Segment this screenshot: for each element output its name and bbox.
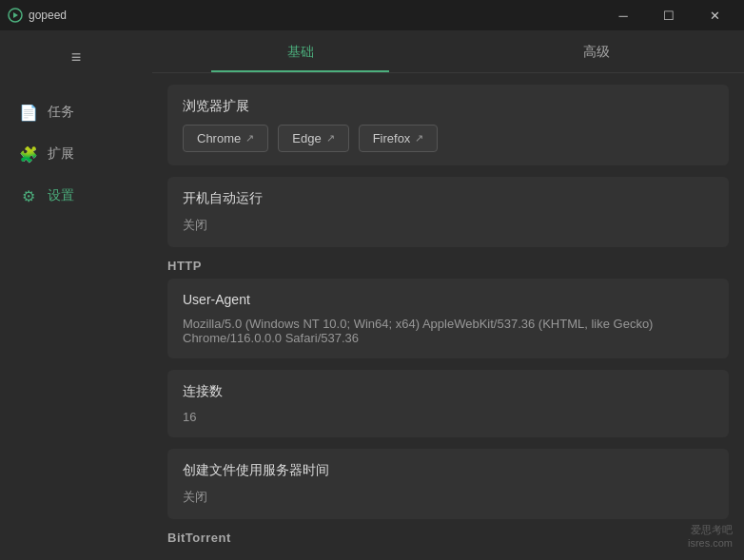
content-area: 基础 高级 浏览器扩展 Chrome ↗ Edge ↗ <box>152 30 744 560</box>
chrome-ext-icon: ↗ <box>245 132 254 145</box>
settings-icon: ⚙ <box>19 186 38 205</box>
menu-button[interactable]: ≡ <box>57 38 95 76</box>
edge-label: Edge <box>292 131 321 145</box>
close-button[interactable]: ✕ <box>693 0 736 30</box>
svg-marker-1 <box>13 12 18 18</box>
auto-start-card: 开机自动运行 关闭 <box>167 177 729 247</box>
sidebar-extensions-label: 扩展 <box>48 145 74 163</box>
app-title: gopeed <box>29 9 67 22</box>
auto-start-title: 开机自动运行 <box>183 190 714 207</box>
hamburger-icon: ≡ <box>71 48 82 68</box>
sidebar: ≡ 📄 任务 🧩 扩展 ⚙ 设置 <box>0 30 152 560</box>
user-agent-title: User-Agent <box>183 292 714 307</box>
minimize-button[interactable]: ─ <box>601 0 645 30</box>
chrome-label: Chrome <box>197 131 241 145</box>
tab-bar: 基础 高级 <box>152 30 744 73</box>
firefox-label: Firefox <box>373 131 411 145</box>
tasks-icon: 📄 <box>19 103 38 122</box>
titlebar: gopeed ─ ☐ ✕ <box>0 0 744 30</box>
server-time-title: 创建文件使用服务器时间 <box>183 462 714 479</box>
edge-ext-icon: ↗ <box>326 132 335 145</box>
extensions-icon: 🧩 <box>19 145 38 164</box>
connections-value: 16 <box>183 410 714 424</box>
window-controls: ─ ☐ ✕ <box>601 0 736 30</box>
browser-extension-title: 浏览器扩展 <box>183 98 714 115</box>
firefox-ext-icon: ↗ <box>415 132 423 145</box>
auto-start-value: 关闭 <box>183 217 714 234</box>
browser-buttons-group: Chrome ↗ Edge ↗ Firefox ↗ <box>183 125 714 152</box>
browser-extension-card: 浏览器扩展 Chrome ↗ Edge ↗ Firefox ↗ <box>167 85 729 165</box>
sidebar-item-extensions[interactable]: 🧩 扩展 <box>0 133 152 175</box>
bittorrent-section-header: BitTorrent <box>167 531 729 545</box>
tab-basic[interactable]: 基础 <box>152 30 448 72</box>
tab-advanced[interactable]: 高级 <box>448 30 744 72</box>
user-agent-card: User-Agent Mozilla/5.0 (Windows NT 10.0;… <box>167 279 729 358</box>
settings-scroll[interactable]: 浏览器扩展 Chrome ↗ Edge ↗ Firefox ↗ <box>152 73 744 560</box>
server-time-card: 创建文件使用服务器时间 关闭 <box>167 449 729 519</box>
sidebar-settings-label: 设置 <box>48 187 74 204</box>
maximize-button[interactable]: ☐ <box>647 0 691 30</box>
sidebar-tasks-label: 任务 <box>48 104 74 121</box>
sidebar-item-settings[interactable]: ⚙ 设置 <box>0 175 152 217</box>
sidebar-item-tasks[interactable]: 📄 任务 <box>0 91 152 133</box>
connections-title: 连接数 <box>183 383 714 400</box>
edge-button[interactable]: Edge ↗ <box>278 125 348 152</box>
connections-card: 连接数 16 <box>167 370 729 437</box>
titlebar-left: gopeed <box>8 8 67 23</box>
user-agent-value: Mozilla/5.0 (Windows NT 10.0; Win64; x64… <box>183 317 714 345</box>
chrome-button[interactable]: Chrome ↗ <box>183 125 268 152</box>
app-body: ≡ 📄 任务 🧩 扩展 ⚙ 设置 基础 高级 浏 <box>0 30 744 560</box>
http-section-header: HTTP <box>167 259 729 273</box>
app-logo <box>8 8 23 23</box>
server-time-value: 关闭 <box>183 489 714 506</box>
firefox-button[interactable]: Firefox ↗ <box>359 125 439 152</box>
